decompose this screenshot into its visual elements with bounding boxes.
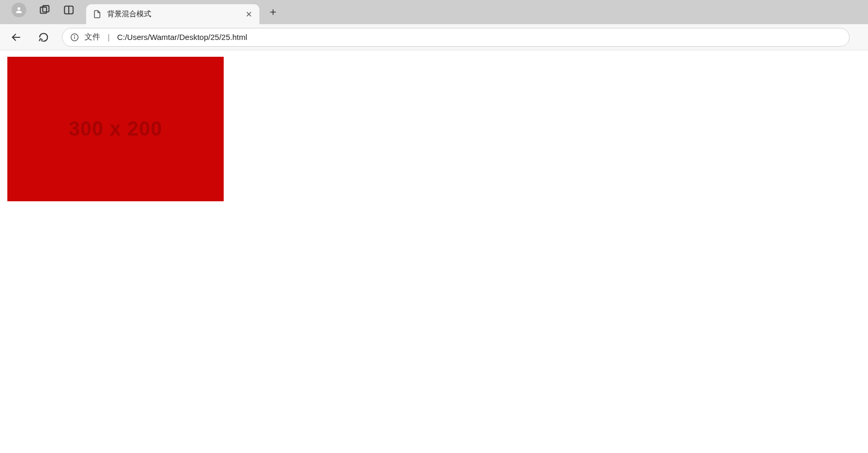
file-icon	[92, 9, 102, 19]
tab-strip: 背景混合模式	[0, 0, 868, 24]
placeholder-dimensions-text: 300 x 200	[69, 118, 162, 140]
info-icon[interactable]	[70, 33, 79, 42]
svg-rect-2	[43, 6, 49, 12]
workspaces-icon	[39, 4, 50, 16]
address-bar[interactable]: 文件 | C:/Users/Wamtar/Desktop/25/25.html	[62, 28, 850, 47]
tabstrip-left-icons	[4, 3, 82, 22]
svg-point-0	[17, 7, 20, 10]
background-blend-demo: 300 x 200	[7, 57, 224, 201]
reload-icon	[38, 32, 49, 43]
address-url: C:/Users/Wamtar/Desktop/25/25.html	[117, 33, 247, 42]
svg-point-12	[75, 35, 75, 36]
split-screen-icon	[63, 4, 75, 16]
plus-icon	[268, 7, 278, 17]
person-icon	[15, 6, 23, 14]
toolbar: 文件 | C:/Users/Wamtar/Desktop/25/25.html	[0, 24, 868, 50]
tab-title: 背景混合模式	[107, 9, 239, 19]
profile-button[interactable]	[12, 3, 26, 17]
arrow-left-icon	[11, 32, 22, 43]
split-screen-button[interactable]	[63, 4, 75, 16]
address-separator: |	[106, 33, 112, 42]
reload-button[interactable]	[35, 28, 53, 46]
close-icon[interactable]	[245, 10, 253, 18]
browser-tab-active[interactable]: 背景混合模式	[86, 4, 259, 24]
address-scheme-label: 文件	[85, 32, 100, 42]
page-viewport: 300 x 200	[3, 53, 868, 453]
new-tab-button[interactable]	[265, 4, 281, 20]
back-button[interactable]	[7, 28, 25, 46]
svg-rect-1	[40, 7, 47, 14]
workspaces-button[interactable]	[39, 4, 50, 16]
